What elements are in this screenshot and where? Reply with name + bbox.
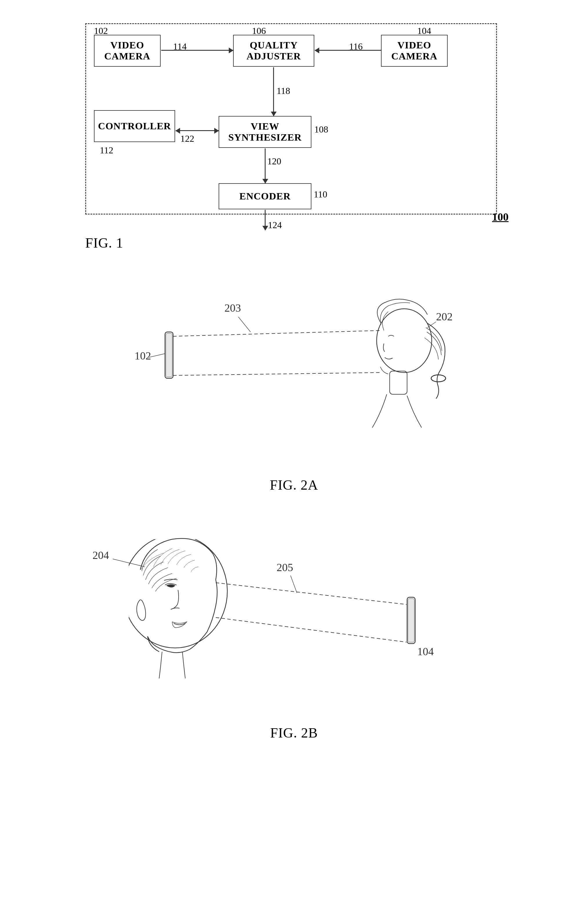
ref-120-label: 120 [267,156,281,167]
svg-line-12 [427,322,436,328]
svg-point-1 [431,375,446,382]
ref-102-label: 102 [94,26,108,36]
fig2b-label: FIG. 2B [48,725,540,741]
fig2a-drawing: 102 203 202 [76,274,512,477]
svg-text:104: 104 [417,645,434,657]
svg-text:205: 205 [276,561,293,573]
arrow-116 [315,50,381,51]
ref-106-label: 106 [252,26,266,36]
view-synthesizer-block: VIEWSYNTHESIZER [219,116,312,148]
svg-rect-2 [390,371,407,394]
ref-112-label: 112 [100,145,113,156]
svg-text:102: 102 [134,350,151,362]
svg-point-0 [376,309,432,373]
svg-text:204: 204 [92,549,109,561]
ref-100: 100 [492,210,509,223]
fig1-label: FIG. 1 [76,235,512,251]
svg-line-6 [173,373,380,375]
svg-text:202: 202 [436,310,452,323]
svg-line-18 [216,617,407,642]
svg-rect-15 [407,597,415,644]
fig1-diagram: 100 VIDEOCAMERA 102 QUALITYADJUSTER 106 … [76,18,512,232]
svg-rect-3 [165,332,173,378]
page: 100 VIDEOCAMERA 102 QUALITYADJUSTER 106 … [0,0,588,919]
svg-line-5 [173,331,380,336]
ref-104-label: 104 [417,26,431,36]
ref-108-label: 108 [314,124,328,135]
fig2a-label: FIG. 2A [48,477,540,493]
controller-block: CONTROLLER [94,110,175,142]
svg-text:203: 203 [225,302,241,314]
svg-line-22 [291,575,297,593]
ref-116-label: 116 [349,41,363,52]
arrow-118 [273,67,274,116]
fig2b-section: 204 205 104 FIG. 2B [48,516,540,741]
fig2b-drawing: 204 205 104 [76,516,512,725]
arrow-114 [161,50,233,51]
ref-124-label: 124 [268,220,282,231]
encoder-block: ENCODER [219,183,312,209]
ref-114-label: 114 [173,41,187,52]
video-camera-left-block: VIDEOCAMERA [94,35,161,67]
arrow-122 [176,130,219,131]
arrow-124 [265,210,266,230]
arrow-120 [265,149,266,183]
quality-adjuster-block: QUALITYADJUSTER [233,35,314,67]
ref-110-label: 110 [314,189,327,200]
video-camera-right-block: VIDEOCAMERA [381,35,447,67]
svg-line-10 [238,317,250,332]
ref-122-label: 122 [180,133,194,144]
ref-118-label: 118 [276,86,290,96]
fig2a-section: 102 203 202 FIG. 2A [48,274,540,493]
svg-line-17 [216,583,407,604]
